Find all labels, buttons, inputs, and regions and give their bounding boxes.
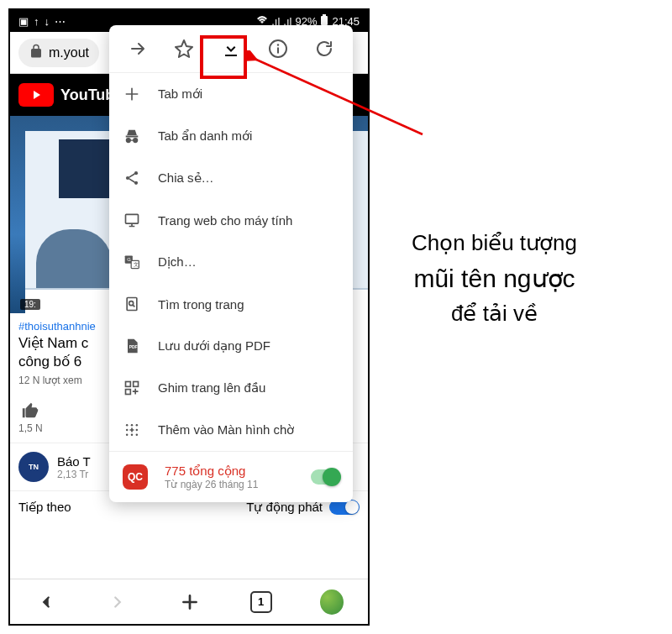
highlight-box: [200, 35, 247, 79]
menu-add-home[interactable]: Thêm vào Màn hình chờ: [109, 409, 353, 451]
svg-point-25: [136, 434, 139, 437]
svg-rect-18: [126, 390, 131, 395]
tabs-button[interactable]: 1: [250, 591, 272, 613]
lock-icon: [29, 44, 44, 62]
svg-point-23: [126, 434, 129, 437]
add-home-icon: [123, 421, 141, 439]
coccoc-button[interactable]: [320, 590, 344, 614]
new-tab-button[interactable]: [178, 590, 202, 614]
svg-rect-17: [134, 382, 139, 387]
menu-ads-blocked[interactable]: QC 775 tổng cộng Từ ngày 26 tháng 11: [109, 451, 353, 502]
like-button[interactable]: 1,5 N: [18, 401, 43, 434]
svg-rect-13: [127, 298, 137, 311]
svg-rect-1: [323, 14, 326, 16]
forward-icon[interactable]: [126, 37, 150, 60]
qc-badge-icon: QC: [123, 464, 148, 490]
svg-rect-16: [126, 382, 131, 387]
menu-find[interactable]: Tìm trong trang: [109, 283, 353, 325]
youtube-brand-text: YouTub: [60, 86, 114, 104]
upload-icon: ↑: [34, 15, 39, 28]
annotation-text: Chọn biểu tượng mũi tên ngược để tải về: [412, 227, 577, 330]
annotation-arrow: [246, 50, 431, 143]
adblock-toggle[interactable]: [311, 469, 339, 485]
svg-rect-0: [321, 16, 328, 25]
youtube-logo-icon[interactable]: [18, 83, 54, 107]
channel-name: Báo T: [57, 454, 91, 469]
star-icon[interactable]: [172, 37, 196, 60]
back-button[interactable]: [34, 590, 58, 614]
more-icon: ⋯: [55, 15, 66, 28]
find-in-page-icon: [123, 295, 141, 313]
bottom-nav: 1: [10, 579, 368, 624]
desktop-icon: [123, 211, 141, 229]
svg-point-26: [136, 429, 139, 432]
menu-share[interactable]: Chia sẻ…: [109, 157, 353, 199]
svg-text:G: G: [127, 257, 131, 262]
svg-rect-8: [126, 214, 139, 223]
download-icon: ↓: [45, 15, 50, 28]
share-icon: [123, 169, 141, 187]
channel-avatar: TN: [18, 452, 49, 482]
incognito-icon: [123, 127, 141, 145]
svg-point-22: [126, 429, 129, 432]
svg-text:文: 文: [134, 261, 139, 267]
svg-point-21: [136, 424, 139, 427]
url-text: m.yout: [49, 45, 89, 60]
status-left-icons: ▣ ↑ ↓ ⋯: [18, 15, 66, 28]
camera-icon: ▣: [18, 15, 29, 28]
svg-point-20: [131, 424, 134, 427]
svg-point-19: [126, 424, 129, 427]
plus-icon: [123, 85, 141, 103]
channel-subs: 2,13 Tr: [57, 469, 91, 480]
menu-desktop-site[interactable]: Trang web cho máy tính: [109, 199, 353, 241]
video-timestamp: 19:: [20, 299, 40, 310]
pin-icon: [123, 379, 141, 397]
svg-text:PDF: PDF: [129, 344, 138, 349]
translate-icon: G文: [123, 253, 141, 271]
menu-translate[interactable]: G文 Dịch…: [109, 241, 353, 283]
ads-date: Từ ngày 26 tháng 11: [165, 479, 258, 490]
ads-count: 775 tổng cộng: [165, 464, 258, 479]
like-count: 1,5 N: [18, 422, 43, 434]
menu-pin[interactable]: Ghim trang lên đầu: [109, 367, 353, 409]
forward-button[interactable]: [106, 590, 129, 614]
svg-line-27: [255, 59, 423, 134]
up-next-label: Tiếp theo: [18, 500, 71, 515]
menu-save-pdf[interactable]: PDF Lưu dưới dạng PDF: [109, 325, 353, 367]
svg-point-24: [131, 434, 134, 437]
pdf-icon: PDF: [123, 337, 141, 355]
svg-point-3: [276, 44, 278, 45]
url-pill[interactable]: m.yout: [18, 39, 99, 67]
